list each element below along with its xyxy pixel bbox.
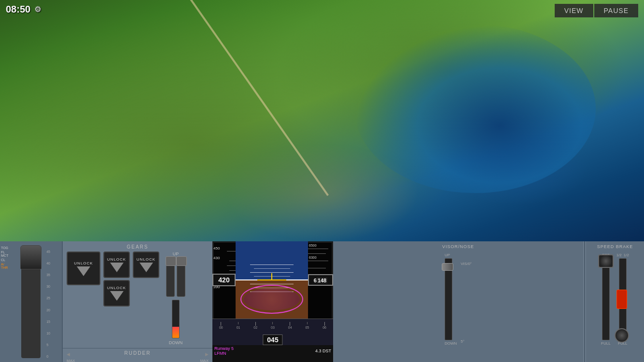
unlock-label-1: UNLOCK xyxy=(74,261,93,265)
unlock-label-3: UNLOCK xyxy=(107,286,126,290)
unlock-label-4: UNLOCK xyxy=(137,257,155,262)
gear-unlock-left-large[interactable]: UNLOCK xyxy=(67,251,100,285)
visor-nose-section: VISOR/NOSE UP DOWN VIS/0° 5° xyxy=(333,241,583,362)
deg5-label: 5° xyxy=(461,339,472,344)
heading-value: 045 xyxy=(267,336,278,344)
speed-brake-bottom-handle[interactable] xyxy=(615,328,629,343)
gears-label: GEARS xyxy=(67,244,209,250)
gear-triangle-4 xyxy=(140,263,153,272)
half-label-2: 1/2 xyxy=(624,253,629,257)
rudder-max-right: MAX xyxy=(200,359,209,362)
speed-brake-section: SPEED BRAKE RET FULL 1/2 1/2 xyxy=(586,241,644,362)
throttle-label-fl: FLMCT xyxy=(1,251,8,257)
hsi-section: 00 01 02 03 04 05 06 xyxy=(212,319,333,362)
up-down-indicator: UP DOWN xyxy=(166,251,185,345)
temp-bar xyxy=(172,300,180,338)
visor-nose-label: VISOR/NOSE xyxy=(339,244,577,249)
visor-down-label: DOWN xyxy=(445,341,457,346)
throttle-section: TOG FLMCT CL A/THR 4540353025 20151050 xyxy=(0,241,63,362)
airspeed-tape: 450 430 410 390 420 xyxy=(212,241,236,319)
runway-info: Runway 5 LFMN xyxy=(214,346,234,356)
full-label-1: FULL xyxy=(601,341,611,346)
vis-label: VIS/0° xyxy=(461,262,472,266)
unlock-label-2: UNLOCK xyxy=(107,257,126,262)
speed-brake-label: SPEED BRAKE xyxy=(589,244,641,249)
airspeed-value-box: 420 xyxy=(212,274,236,286)
dst-value: 4.3 DST xyxy=(315,348,331,353)
throttle-scale: 4540353025 20151050 xyxy=(46,250,50,358)
rudder-label: RUDDER xyxy=(125,350,151,356)
altitude-tape: 6500 6300 5900 6148 xyxy=(308,241,333,319)
heading-display: 045 xyxy=(263,334,282,345)
gear-triangle-2 xyxy=(110,263,124,272)
airspeed-value: 420 xyxy=(218,276,229,284)
pause-button[interactable]: PAUSE xyxy=(594,4,638,17)
flight-view: 08:50 ⚙ VIEW PAUSE xyxy=(0,0,644,241)
throttle-label-tog: TOG xyxy=(1,246,8,250)
right-section: VISOR/NOSE UP DOWN VIS/0° 5° SPEED xyxy=(333,241,644,362)
gears-rudder-section: GEARS UNLOCK UNLOCK UNLOCK xyxy=(63,241,212,362)
visor-up-label: UP xyxy=(445,253,450,257)
speed-brake-red-handle[interactable] xyxy=(616,290,627,309)
attitude-indicator xyxy=(236,241,308,319)
visor-slider-handle[interactable] xyxy=(442,263,453,271)
altitude-detail: 148 xyxy=(317,278,327,283)
gear-unlock-bottom-right[interactable]: UNLOCK xyxy=(103,280,130,306)
airport-label: LFMN xyxy=(214,351,234,356)
top-buttons: VIEW PAUSE xyxy=(555,4,638,17)
gear-unlock-top-right[interactable]: UNLOCK xyxy=(103,251,130,278)
runway-label: Runway 5 xyxy=(214,346,234,351)
throttle-label-cl: CL xyxy=(1,258,8,262)
pfd-display: 450 430 410 390 420 xyxy=(212,241,333,362)
gear-unlock-nose[interactable]: UNLOCK xyxy=(133,251,159,278)
half-label-1: 1/2 xyxy=(616,253,622,257)
altitude-value: 6 xyxy=(314,278,317,283)
separator-1 xyxy=(584,241,585,362)
rudder-max-left: MAX xyxy=(67,359,75,362)
gear-triangle-1 xyxy=(77,266,90,276)
up-label: UP xyxy=(173,251,179,256)
throttle-label-thr: A/THR xyxy=(1,263,8,269)
throttle-handle[interactable]: 4540353025 20151050 xyxy=(21,250,41,358)
down-label: DOWN xyxy=(169,340,183,345)
temp-fill xyxy=(172,327,179,338)
throttle-labels: TOG FLMCT CL A/THR xyxy=(1,246,8,269)
view-button[interactable]: VIEW xyxy=(555,4,593,17)
coastline xyxy=(354,24,596,193)
bottom-panel: TOG FLMCT CL A/THR 4540353025 20151050 G… xyxy=(0,241,644,362)
altitude-value-box: 6148 xyxy=(308,274,333,286)
gear-triangle-3 xyxy=(110,291,124,301)
throttle-grip[interactable] xyxy=(20,245,42,269)
speed-brake-top-handle[interactable] xyxy=(598,254,614,268)
